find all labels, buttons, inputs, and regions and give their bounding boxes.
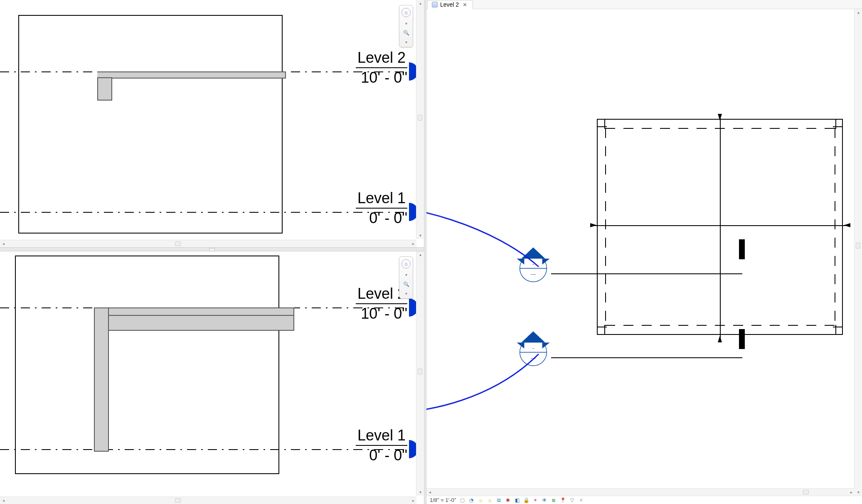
corner-tick [835,325,836,335]
nav-wheel-top[interactable]: ⌂ ▾ 🔍 ▾ [399,5,413,47]
section-ref1: - [532,261,534,267]
scroll-down-icon[interactable]: ▾ [417,232,424,239]
tab-level-2[interactable]: Level 2 ✕ [427,0,473,9]
scrollbar-vertical[interactable]: ▴ ▾ [854,9,862,496]
plan-canvas[interactable]: - --- - --- [426,9,855,496]
shadows-icon[interactable]: ☼ [487,497,493,503]
sun-path-icon[interactable]: ☼ [478,497,483,503]
section-top-canvas[interactable]: Level 2 10' - 0" Level 1 0' - 0" [0,0,416,240]
grid-arrow-up [717,114,723,120]
level-label-l2-top[interactable]: Level 2 10' - 0" [356,49,407,86]
lock-icon[interactable]: 🔒 [523,497,529,503]
section-line-lower[interactable] [551,357,742,358]
nav-home-icon[interactable]: ⌂ [401,259,411,268]
crop-region-bottom[interactable] [15,256,279,474]
section-head-lower[interactable]: - --- [515,329,552,366]
scroll-up-icon[interactable]: ▴ [855,9,862,16]
scroll-down-icon[interactable]: ▾ [855,489,862,496]
detail-level-icon[interactable]: ▢ [459,497,465,503]
section-view-top[interactable]: Level 2 10' - 0" Level 1 0' - 0" ⌂ ▾ 🔍 ▾ [0,0,424,247]
scroll-thumb[interactable] [803,490,809,494]
scrollbar-horizontal[interactable]: ◂ ▸ [0,497,416,504]
scroll-right-icon[interactable]: ▸ [848,489,855,496]
level-name: Level 2 [356,49,407,68]
section-line-upper[interactable] [551,273,742,274]
view-control-bar: 1/8" = 1'-0" ▢ ◔ ☼ ☼ ⧉ ✱ ◧ 🔒 ✶ 👁 ≣ 📍 ▽ < [426,496,862,504]
chevron-down-icon[interactable]: ▾ [405,21,407,26]
horizontal-splitter[interactable] [0,247,424,251]
scrollbar-horizontal[interactable]: ◂ ▸ [426,488,855,496]
gridline-vertical[interactable] [720,116,721,339]
svg-marker-3 [718,336,722,342]
splitter-thumb[interactable] [209,248,215,251]
nav-zoom-icon[interactable]: 🔍 [402,281,410,287]
filter-icon[interactable]: ▽ [569,497,575,503]
corner-tick [597,327,607,327]
crop-region-visible-icon[interactable]: ✱ [505,497,511,503]
section-ref1: - [532,345,534,351]
close-icon[interactable]: ✕ [461,2,468,8]
level-name: Level 1 [356,427,407,446]
section-flag-lower[interactable] [739,329,745,349]
pin-icon[interactable]: 📍 [560,497,566,503]
level-line-l1-top[interactable] [0,212,416,213]
struct-slab-bottom[interactable] [94,307,294,316]
struct-beam-bottom[interactable] [94,315,294,331]
struct-slab-top[interactable] [97,71,286,79]
visual-style-icon[interactable]: ◔ [468,497,474,503]
gridline-horizontal[interactable] [593,225,849,226]
scrollbar-vertical[interactable]: ▴ ▾ [416,0,424,239]
chevron-down-icon[interactable]: ▾ [405,40,407,44]
reveal-hidden-icon[interactable]: 👁 [542,497,547,503]
section-flag-upper[interactable] [739,239,745,259]
chevron-down-icon[interactable]: ▾ [405,273,407,277]
level-elev: 0' - 0" [356,446,407,464]
corner-tick [833,126,843,127]
view-tab-bar: Level 2 ✕ [426,0,862,9]
scroll-right-icon[interactable]: ▸ [410,497,416,504]
plan-dash-right [835,128,835,326]
level-name: Level 1 [356,189,407,209]
render-icon[interactable]: ◧ [514,497,520,503]
corner-tick [597,126,607,127]
chevron-down-icon[interactable]: ▾ [405,291,407,296]
temporary-hide-icon[interactable]: ✶ [532,497,538,503]
ge-icon[interactable]: < [578,497,584,503]
nav-home-icon[interactable]: ⌂ [401,8,411,17]
scroll-left-icon[interactable]: ◂ [0,241,7,247]
scrollbar-horizontal[interactable]: ◂ ▸ [0,240,416,247]
svg-marker-4 [521,247,545,258]
crop-region-top[interactable] [18,15,283,234]
struct-column-bottom[interactable] [94,307,109,452]
scroll-up-icon[interactable]: ▴ [417,0,424,7]
scroll-up-icon[interactable]: ▴ [417,251,424,258]
scale-label[interactable]: 1/8" = 1'-0" [430,497,456,503]
scroll-thumb[interactable] [175,498,181,503]
level-line-l1-bottom[interactable] [0,449,416,450]
crop-view-icon[interactable]: ⧉ [496,497,502,503]
nav-zoom-icon[interactable]: 🔍 [402,30,410,36]
level-label-l1-bottom[interactable]: Level 1 0' - 0" [356,427,407,464]
scroll-left-icon[interactable]: ◂ [426,489,433,496]
section-head-upper[interactable]: - --- [515,245,552,283]
level-label-l1-top[interactable]: Level 1 0' - 0" [356,189,407,227]
scrollbar-vertical[interactable]: ▴ ▾ [416,251,424,496]
scroll-down-icon[interactable]: ▾ [417,489,424,496]
grid-arrow-left [590,222,597,229]
struct-beam-top[interactable] [97,77,112,101]
plan-dash-left [605,128,606,326]
grid-arrow-down [717,336,723,342]
section-bottom-canvas[interactable]: Level 2 10' - 0" Level 1 0' - 0" [0,251,416,497]
scroll-thumb[interactable] [856,243,860,248]
section-view-bottom[interactable]: Level 2 10' - 0" Level 1 0' - 0" ⌂ ▾ 🔍 [0,251,424,504]
struct-edge [108,315,109,331]
scroll-thumb[interactable] [418,369,422,374]
scroll-thumb[interactable] [175,241,181,246]
scroll-thumb[interactable] [418,115,422,120]
scroll-left-icon[interactable]: ◂ [0,497,7,504]
corner-tick [604,119,605,129]
corner-tick [835,119,836,129]
scroll-right-icon[interactable]: ▸ [410,241,416,247]
nav-wheel-bottom[interactable]: ⌂ ▾ 🔍 ▾ [399,256,413,299]
worksharing-icon[interactable]: ≣ [551,497,557,503]
